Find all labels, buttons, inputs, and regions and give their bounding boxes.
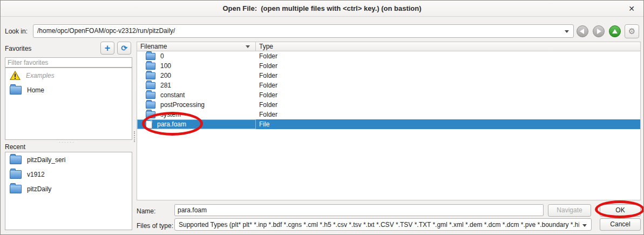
folder-icon <box>10 185 22 193</box>
table-row[interactable]: 281Folder <box>137 80 640 90</box>
column-header-type[interactable]: Type <box>256 42 273 51</box>
folder-icon <box>10 170 22 179</box>
favorites-item[interactable]: Examples <box>5 68 132 83</box>
file-icon <box>146 120 152 129</box>
file-name-cell: 281 <box>137 80 256 90</box>
title-bar: Open File: (open multiple files with <ct… <box>1 1 643 17</box>
look-in-label: Look in: <box>5 28 28 35</box>
table-row[interactable]: constantFolder <box>137 90 640 100</box>
file-name-label: postProcessing <box>160 101 205 109</box>
navigate-button[interactable]: Navigate <box>548 204 591 217</box>
back-arrow-icon <box>580 29 584 34</box>
favorites-item-label: Home <box>27 86 44 94</box>
path-combobox[interactable]: /home/opc/OpenFOAM/opc-v2312/run/pitzDai… <box>33 24 574 38</box>
folder-icon <box>10 86 22 95</box>
file-type-cell: Folder <box>256 52 277 60</box>
back-button[interactable] <box>577 25 588 37</box>
file-type-cell: File <box>256 120 269 128</box>
recent-item[interactable]: pitzDaily <box>5 182 132 196</box>
favorites-item[interactable]: Home <box>5 83 132 97</box>
sort-descending-icon <box>246 45 250 48</box>
file-name-label: system <box>160 111 181 118</box>
chevron-down-icon <box>582 224 587 227</box>
file-name-cell: 100 <box>137 61 256 71</box>
add-favorite-button[interactable]: + <box>100 42 114 55</box>
file-name-cell: postProcessing <box>137 100 256 110</box>
file-name-label: 281 <box>160 82 171 89</box>
table-row[interactable]: postProcessingFolder <box>137 100 640 110</box>
filename-input[interactable] <box>174 204 544 216</box>
folder-icon <box>146 53 155 60</box>
files-of-type-label: Files of type: <box>137 222 173 230</box>
recent-list: pitzDaily_seriv1912pitzDaily <box>5 152 132 230</box>
folder-icon <box>146 111 155 118</box>
refresh-icon: ⟳ <box>121 44 127 52</box>
up-directory-button[interactable] <box>609 25 621 37</box>
name-label: Name: <box>137 207 155 215</box>
table-row[interactable]: para.foamFile <box>137 119 640 129</box>
recent-item-label: v1912 <box>27 171 45 178</box>
file-name-cell: 200 <box>137 71 256 80</box>
column-header-filename[interactable]: Filename <box>137 42 256 51</box>
warning-icon <box>10 71 21 80</box>
table-body: 0Folder100Folder200Folder281Folderconsta… <box>137 51 640 129</box>
file-name-cell: system <box>137 110 256 119</box>
file-name-label: para.foam <box>157 120 186 128</box>
settings-button[interactable]: ⚙ <box>625 24 639 38</box>
chevron-down-icon <box>565 30 569 33</box>
recent-item-label: pitzDaily_seri <box>27 156 65 164</box>
gear-icon: ⚙ <box>628 26 635 36</box>
refresh-favorites-button[interactable]: ⟳ <box>117 42 131 55</box>
file-type-cell: Folder <box>256 91 277 99</box>
favorites-header: Favorites <box>5 45 31 52</box>
vertical-splitter-handle[interactable] <box>134 131 135 142</box>
cancel-button[interactable]: Cancel <box>600 218 641 231</box>
favorites-list: ExamplesHome <box>5 68 132 140</box>
folder-icon <box>146 92 155 99</box>
open-file-dialog: Open File: (open multiple files with <ct… <box>0 0 644 235</box>
file-type-cell: Folder <box>256 82 277 89</box>
current-path: /home/opc/OpenFOAM/opc-v2312/run/pitzDai… <box>37 27 561 35</box>
file-name-label: constant <box>160 91 185 99</box>
table-row[interactable]: 200Folder <box>137 71 640 80</box>
recent-item-label: pitzDaily <box>27 185 51 193</box>
close-icon[interactable]: ✕ <box>626 3 637 14</box>
file-type-combobox[interactable]: Supported Types (plt* plt* *.inp *.bdf *… <box>174 218 592 231</box>
file-type-cell: Folder <box>256 111 277 118</box>
plus-icon: + <box>105 43 111 54</box>
forward-button[interactable] <box>593 25 605 37</box>
table-row[interactable]: 0Folder <box>137 51 640 61</box>
file-list-panel: Filename Type 0Folder100Folder200Folder2… <box>137 42 641 200</box>
table-row[interactable]: 100Folder <box>137 61 640 71</box>
file-name-label: 100 <box>160 62 171 70</box>
favorites-item-label: Examples <box>26 72 55 79</box>
file-type-cell: Folder <box>256 72 277 79</box>
recent-item[interactable]: pitzDaily_seri <box>5 152 132 167</box>
filter-favorites-input[interactable] <box>5 57 132 68</box>
dialog-title: Open File: (open multiple files with <ct… <box>1 4 643 12</box>
folder-icon <box>146 102 155 109</box>
folder-icon <box>146 63 155 70</box>
file-type-value: Supported Types (plt* plt* *.inp *.bdf *… <box>179 221 579 229</box>
table-header: Filename Type <box>137 42 640 51</box>
file-name-cell: constant <box>137 90 256 100</box>
recent-header: Recent <box>5 143 25 151</box>
folder-icon <box>146 82 155 89</box>
file-name-label: 200 <box>160 72 171 79</box>
horizontal-splitter-handle[interactable]: ······ <box>59 139 75 145</box>
ok-button[interactable]: OK <box>600 204 641 217</box>
recent-item[interactable]: v1912 <box>5 167 132 182</box>
forward-arrow-icon <box>597 29 601 34</box>
file-type-cell: Folder <box>256 62 277 70</box>
up-arrow-icon <box>612 29 618 33</box>
file-type-cell: Folder <box>256 101 277 109</box>
table-row[interactable]: systemFolder <box>137 110 640 119</box>
folder-icon <box>146 72 155 79</box>
file-name-label: 0 <box>160 52 164 60</box>
folder-icon <box>10 156 22 164</box>
file-name-cell: 0 <box>137 51 256 61</box>
file-name-cell: para.foam <box>137 119 256 129</box>
